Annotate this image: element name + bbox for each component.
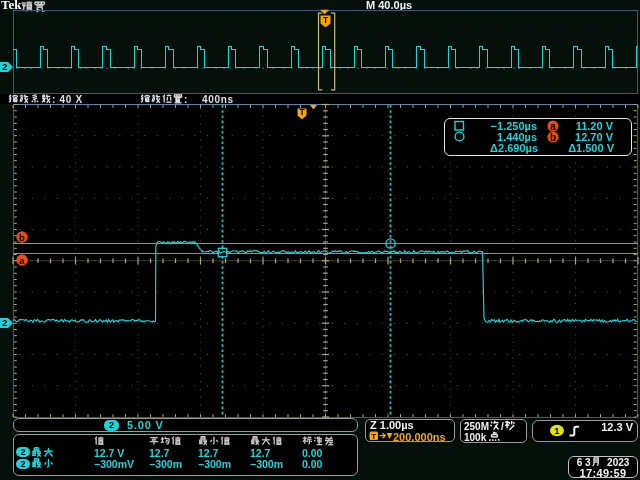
svg-text:T: T bbox=[371, 432, 376, 441]
